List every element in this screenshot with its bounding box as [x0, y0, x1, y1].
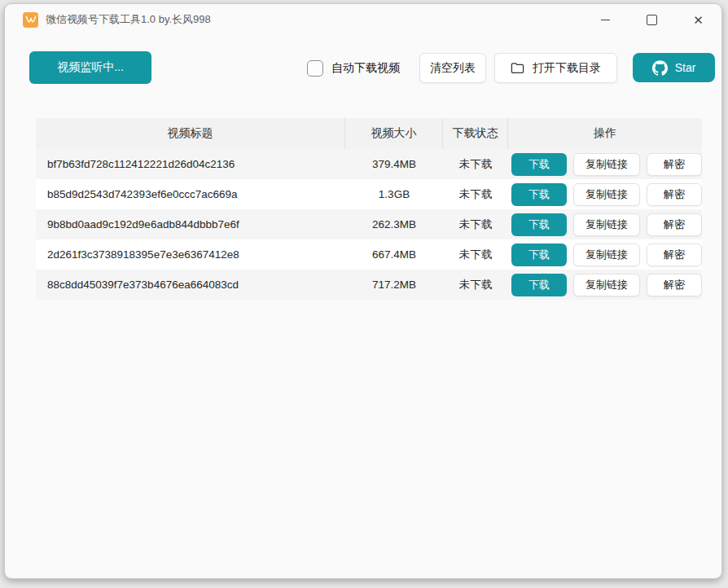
- title-bar: 微信视频号下载工具1.0 by.长风998 ✕: [5, 4, 721, 35]
- wechat-channels-glyph: [25, 15, 37, 24]
- cell-video-title: 88c8dd45039f7e373b4676ea664083cd: [36, 279, 345, 291]
- cell-download-status: 未下载: [443, 278, 508, 292]
- cell-video-size: 1.3GB: [345, 188, 443, 200]
- auto-download-group: 自动下载视频: [307, 59, 400, 78]
- cell-download-status: 未下载: [443, 157, 508, 172]
- cell-actions: 下载 复制链接 解密: [508, 153, 702, 176]
- github-star-label: Star: [675, 61, 696, 74]
- header-video-title: 视频标题: [36, 118, 345, 149]
- cell-video-size: 717.2MB: [345, 279, 443, 291]
- copy-link-button[interactable]: 复制链接: [573, 183, 640, 206]
- cell-actions: 下载 复制链接 解密: [508, 213, 702, 236]
- download-button[interactable]: 下载: [511, 213, 567, 236]
- cell-video-title: 2d261f3c3738918395e7e3e6367412e8: [36, 248, 345, 261]
- cell-video-size: 379.4MB: [345, 158, 443, 170]
- table-row: 9b8bd0aad9c192d9e6adb844dbbb7e6f 262.3MB…: [36, 209, 702, 239]
- table-header-row: 视频标题 视频大小 下载状态 操作: [36, 118, 702, 149]
- clear-list-button[interactable]: 清空列表: [419, 53, 486, 83]
- window-controls: ✕: [582, 4, 721, 35]
- table-row: 88c8dd45039f7e373b4676ea664083cd 717.2MB…: [36, 270, 702, 300]
- folder-icon: [511, 62, 524, 74]
- github-star-button[interactable]: Star: [633, 53, 715, 82]
- auto-download-checkbox[interactable]: [307, 60, 323, 77]
- decrypt-button[interactable]: 解密: [647, 213, 702, 236]
- minimize-icon: [601, 20, 610, 20]
- header-video-size: 视频大小: [345, 118, 443, 149]
- open-download-dir-label: 打开下载目录: [533, 61, 601, 76]
- maximize-button[interactable]: [629, 4, 675, 35]
- auto-download-label: 自动下载视频: [331, 61, 400, 76]
- copy-link-button[interactable]: 复制链接: [573, 274, 640, 296]
- video-listen-button[interactable]: 视频监听中...: [29, 51, 151, 84]
- cell-actions: 下载 复制链接 解密: [508, 244, 702, 266]
- header-actions: 操作: [508, 118, 702, 149]
- cell-video-title: 9b8bd0aad9c192d9e6adb844dbbb7e6f: [36, 218, 345, 230]
- copy-link-button[interactable]: 复制链接: [573, 244, 640, 266]
- video-table: 视频标题 视频大小 下载状态 操作 bf7b63fd728c112412221d…: [36, 118, 702, 300]
- table-row: bf7b63fd728c112412221d26d04c2136 379.4MB…: [36, 149, 702, 179]
- cell-download-status: 未下载: [443, 217, 508, 232]
- close-icon: ✕: [693, 14, 704, 26]
- app-window: 微信视频号下载工具1.0 by.长风998 ✕ 视频监听中... 自动下载视频 …: [4, 3, 722, 579]
- cell-actions: 下载 复制链接 解密: [508, 183, 702, 206]
- header-download-status: 下载状态: [443, 118, 508, 149]
- cell-video-size: 262.3MB: [345, 218, 443, 230]
- open-download-dir-button[interactable]: 打开下载目录: [494, 53, 617, 83]
- cell-actions: 下载 复制链接 解密: [508, 274, 702, 296]
- download-button[interactable]: 下载: [511, 183, 567, 206]
- cell-download-status: 未下载: [443, 187, 508, 202]
- decrypt-button[interactable]: 解密: [647, 244, 702, 266]
- cell-download-status: 未下载: [443, 248, 508, 262]
- download-button[interactable]: 下载: [511, 244, 567, 266]
- maximize-icon: [647, 15, 657, 25]
- close-button[interactable]: ✕: [675, 4, 721, 35]
- copy-link-button[interactable]: 复制链接: [573, 153, 640, 176]
- window-title: 微信视频号下载工具1.0 by.长风998: [46, 12, 211, 27]
- decrypt-button[interactable]: 解密: [647, 183, 702, 206]
- table-body: bf7b63fd728c112412221d26d04c2136 379.4MB…: [36, 149, 702, 300]
- decrypt-button[interactable]: 解密: [647, 274, 702, 296]
- download-button[interactable]: 下载: [511, 274, 567, 296]
- table-row: b85d9d2543d742393ef6e0ccc7ac669a 1.3GB 未…: [36, 179, 702, 209]
- cell-video-size: 667.4MB: [345, 248, 443, 261]
- copy-link-button[interactable]: 复制链接: [573, 213, 640, 236]
- github-icon: [652, 60, 668, 76]
- minimize-button[interactable]: [582, 4, 629, 35]
- app-logo-icon: [23, 12, 38, 28]
- download-button[interactable]: 下载: [511, 153, 567, 176]
- cell-video-title: b85d9d2543d742393ef6e0ccc7ac669a: [36, 188, 345, 200]
- cell-video-title: bf7b63fd728c112412221d26d04c2136: [36, 158, 345, 170]
- decrypt-button[interactable]: 解密: [647, 153, 702, 176]
- table-row: 2d261f3c3738918395e7e3e6367412e8 667.4MB…: [36, 239, 702, 270]
